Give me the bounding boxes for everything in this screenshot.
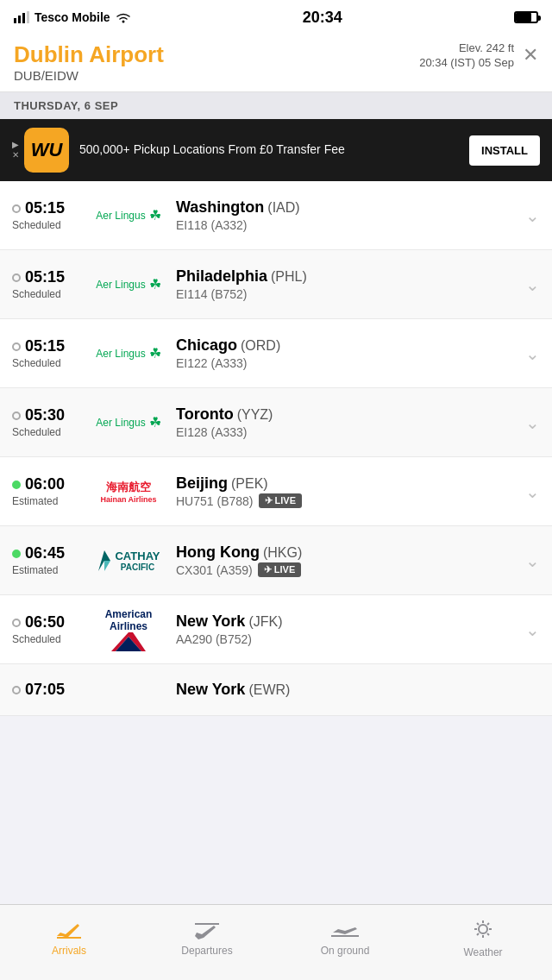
flights-list: 05:15 Scheduled Aer Lingus ☘ Washington … bbox=[0, 181, 552, 716]
flight-status: Scheduled bbox=[12, 426, 81, 438]
flight-status: Scheduled bbox=[12, 288, 81, 300]
flight-number: EI128 (A333) bbox=[176, 425, 248, 439]
flight-info: Philadelphia (PHL) EI114 (B752) bbox=[176, 267, 517, 301]
svg-line-11 bbox=[487, 933, 489, 935]
status-time: 20:34 bbox=[303, 9, 342, 27]
flight-status: Scheduled bbox=[12, 219, 81, 231]
header: Dublin Airport DUB/EIDW Elev. 242 ft 20:… bbox=[0, 35, 552, 92]
flight-info: Hong Kong (HKG) CX301 (A359) ✈ LIVE bbox=[176, 543, 517, 577]
flight-row[interactable]: 06:00 Estimated 海南航空 Hainan Airlines Bei… bbox=[0, 457, 552, 526]
battery-icon bbox=[514, 11, 538, 23]
flight-time: 05:15 bbox=[12, 268, 81, 286]
flight-number: AA290 (B752) bbox=[176, 632, 252, 646]
ad-install-button[interactable]: INSTALL bbox=[469, 135, 540, 166]
time-value: 06:00 bbox=[25, 475, 65, 493]
destination-row: Hong Kong (HKG) bbox=[176, 543, 517, 562]
status-dot bbox=[12, 550, 21, 558]
expand-chevron[interactable]: ⌄ bbox=[525, 619, 540, 640]
airline-logo: Aer Lingus ☘ bbox=[90, 276, 167, 292]
tab-arrivals[interactable]: Arrivals bbox=[0, 905, 138, 980]
aer-lingus-logo: Aer Lingus ☘ bbox=[96, 414, 160, 430]
hainan-logo: 海南航空 Hainan Airlines bbox=[100, 480, 156, 504]
expand-chevron[interactable]: ⌄ bbox=[525, 481, 540, 502]
flight-info: Toronto (YYZ) EI128 (A333) bbox=[176, 405, 517, 439]
destination-row: Beijing (PEK) bbox=[176, 474, 517, 493]
svg-point-5 bbox=[479, 925, 487, 933]
expand-chevron[interactable]: ⌄ bbox=[525, 205, 540, 226]
time-value: 06:50 bbox=[25, 613, 65, 631]
destination-row: Toronto (YYZ) bbox=[176, 405, 517, 424]
date-bar: THURSDAY, 6 SEP bbox=[0, 92, 552, 119]
flight-row[interactable]: 06:45 Estimated CATHAY PACIFIC bbox=[0, 526, 552, 595]
flight-time: 06:00 bbox=[12, 475, 81, 493]
flight-info: New York (JFK) AA290 (B752) bbox=[176, 612, 517, 646]
destination-row: New York (JFK) bbox=[176, 612, 517, 631]
flight-time: 07:05 bbox=[12, 681, 81, 699]
flight-time-block: 06:45 Estimated bbox=[12, 544, 81, 576]
expand-chevron[interactable]: ⌄ bbox=[525, 274, 540, 295]
header-info: Elev. 242 ft 20:34 (IST) 05 Sep bbox=[419, 41, 514, 69]
airline-logo: Aer Lingus ☘ bbox=[90, 414, 167, 430]
datetime-text: 20:34 (IST) 05 Sep bbox=[419, 56, 514, 69]
svg-rect-1 bbox=[18, 16, 21, 23]
ad-banner[interactable]: ▶ ✕ WU 500,000+ Pickup Locations From £0… bbox=[0, 119, 552, 181]
status-dot bbox=[12, 342, 21, 351]
svg-rect-3 bbox=[27, 11, 29, 23]
aer-lingus-logo: Aer Lingus ☘ bbox=[96, 207, 160, 223]
flight-info: New York (EWR) bbox=[176, 681, 540, 699]
destination-row: New York (EWR) bbox=[176, 681, 540, 699]
svg-line-13 bbox=[477, 933, 479, 935]
flight-time: 06:45 bbox=[12, 544, 81, 562]
dest-name: Philadelphia bbox=[176, 267, 267, 286]
ad-arrows: ▶ ✕ bbox=[12, 140, 19, 160]
flight-num-row: EI114 (B752) bbox=[176, 286, 517, 301]
expand-chevron[interactable]: ⌄ bbox=[525, 343, 540, 364]
tab-departures[interactable]: Departures bbox=[138, 905, 276, 980]
flight-row[interactable]: 05:15 Scheduled Aer Lingus ☘ Chicago (OR… bbox=[0, 319, 552, 388]
flight-number: CX301 (A359) bbox=[176, 563, 253, 577]
dest-code: (JFK) bbox=[248, 614, 282, 630]
status-dot bbox=[12, 686, 21, 694]
carrier-name: Tesco Mobile bbox=[34, 10, 110, 24]
content-area: 05:15 Scheduled Aer Lingus ☘ Washington … bbox=[0, 181, 552, 792]
flight-row-partial[interactable]: 07:05 New York (EWR) bbox=[0, 664, 552, 716]
flight-time-block: 05:30 Scheduled bbox=[12, 406, 81, 438]
destination-row: Philadelphia (PHL) bbox=[176, 267, 517, 286]
flight-row[interactable]: 05:15 Scheduled Aer Lingus ☘ Philadelphi… bbox=[0, 250, 552, 319]
airline-name: Aer Lingus bbox=[96, 417, 145, 429]
flight-row[interactable]: 05:15 Scheduled Aer Lingus ☘ Washington … bbox=[0, 181, 552, 250]
aer-lingus-logo: Aer Lingus ☘ bbox=[96, 276, 160, 292]
tab-weather[interactable]: Weather bbox=[414, 905, 552, 980]
status-dot bbox=[12, 273, 21, 282]
flight-status: Scheduled bbox=[12, 357, 81, 369]
dest-name: Hong Kong bbox=[176, 543, 260, 562]
flight-number: HU751 (B788) bbox=[176, 494, 254, 508]
expand-chevron[interactable]: ⌄ bbox=[525, 412, 540, 433]
flight-info: Washington (IAD) EI118 (A332) bbox=[176, 198, 517, 232]
flight-row[interactable]: 06:50 Scheduled American Airlines New Y bbox=[0, 595, 552, 664]
time-value: 05:15 bbox=[25, 337, 65, 355]
tab-bar: Arrivals Departures On ground Weather bbox=[0, 904, 552, 980]
airline-name: Aer Lingus bbox=[96, 348, 145, 360]
status-dot bbox=[12, 204, 21, 213]
status-dot bbox=[12, 411, 21, 420]
flight-status: Estimated bbox=[12, 495, 81, 507]
flight-number: EI114 (B752) bbox=[176, 287, 248, 301]
dest-name: New York bbox=[176, 612, 245, 631]
tab-onground[interactable]: On ground bbox=[276, 905, 414, 980]
airline-logo: 海南航空 Hainan Airlines bbox=[90, 480, 167, 504]
close-button[interactable]: ✕ bbox=[523, 44, 538, 66]
header-left: Dublin Airport DUB/EIDW bbox=[14, 41, 164, 83]
airport-code: DUB/EIDW bbox=[14, 68, 164, 83]
tab-arrivals-label: Arrivals bbox=[52, 945, 86, 957]
wifi-icon bbox=[116, 11, 131, 23]
american-airlines-logo: American Airlines bbox=[105, 608, 153, 651]
flight-row[interactable]: 05:30 Scheduled Aer Lingus ☘ Toronto (YY… bbox=[0, 388, 552, 457]
airport-name: Dublin Airport bbox=[14, 41, 164, 68]
weather-icon bbox=[469, 919, 497, 943]
date-label: THURSDAY, 6 SEP bbox=[14, 99, 118, 112]
flight-time: 05:30 bbox=[12, 406, 81, 424]
svg-rect-2 bbox=[22, 13, 25, 23]
dest-code: (IAD) bbox=[267, 200, 299, 216]
expand-chevron[interactable]: ⌄ bbox=[525, 550, 540, 571]
